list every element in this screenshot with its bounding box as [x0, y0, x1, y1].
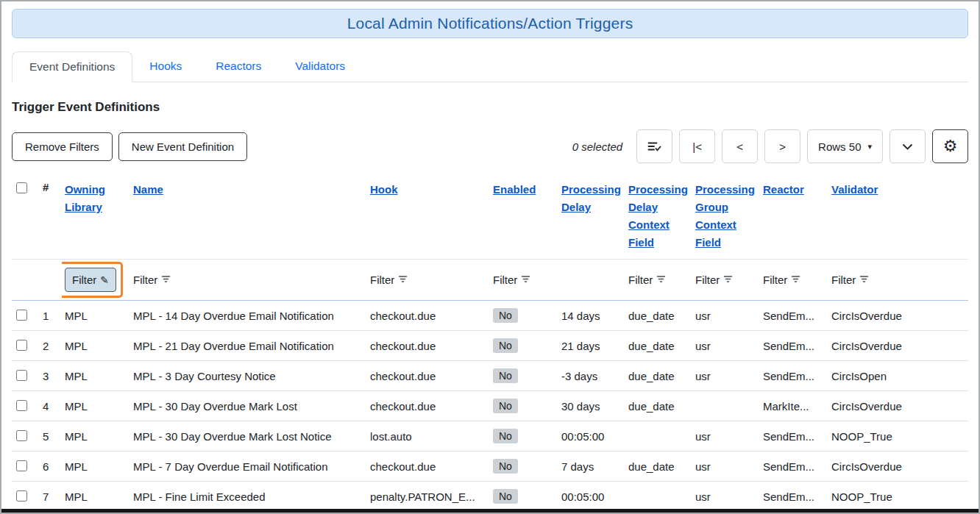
cell-processing-delay: 14 days: [558, 301, 625, 331]
cell-validator: CircIsOpen: [828, 361, 968, 391]
page-title: Local Admin Notifications/Action Trigger…: [13, 15, 967, 32]
column-header-validator[interactable]: Validator: [831, 183, 878, 196]
cell-processing-delay: -3 days: [558, 361, 625, 391]
cell-row-number: 7: [40, 482, 62, 512]
filter-icon: [161, 275, 171, 283]
cell-delay-context-field: due_date: [625, 301, 692, 331]
enabled-badge: No: [493, 308, 518, 323]
cell-group-context-field: usr: [692, 301, 760, 331]
row-checkbox[interactable]: [16, 460, 27, 471]
table-row[interactable]: 2 MPL MPL - 21 Day Overdue Email Notific…: [12, 331, 968, 361]
cell-owning-library: MPL: [62, 451, 130, 482]
column-header-name[interactable]: Name: [133, 183, 163, 196]
column-header-processing-delay-context-field[interactable]: Processing Delay Context Field: [628, 183, 688, 249]
cell-row-number: 4: [40, 391, 62, 421]
cell-reactor: SendEm...: [760, 361, 828, 391]
more-options-dropdown[interactable]: [890, 129, 926, 163]
next-page-button[interactable]: >: [764, 129, 800, 163]
cell-name: MPL - 7 Day Overdue Email Notification: [130, 451, 367, 482]
cell-group-context-field: usr: [692, 361, 760, 391]
cell-group-context-field: usr: [692, 482, 760, 512]
tab-hooks[interactable]: Hooks: [132, 51, 199, 82]
gear-icon: ⚙: [943, 138, 958, 154]
grid-settings-button[interactable]: ⚙: [932, 129, 968, 163]
cell-validator: NOOP_True: [828, 421, 968, 451]
row-checkbox[interactable]: [16, 430, 27, 441]
enabled-badge: No: [493, 429, 518, 443]
table-row[interactable]: 3 MPL MPL - 3 Day Courtesy Notice checko…: [12, 361, 968, 391]
cell-hook: checkout.due: [367, 331, 490, 361]
cell-processing-delay: 30 days: [558, 391, 625, 421]
page: Local Admin Notifications/Action Trigger…: [0, 0, 980, 514]
processing-delay-context-field-filter[interactable]: Filter: [628, 274, 666, 286]
filter-label: Filter: [493, 274, 517, 286]
cell-validator: CircIsOverdue: [828, 391, 968, 421]
table-row[interactable]: 1 MPL MPL - 14 Day Overdue Email Notific…: [12, 301, 968, 331]
cell-processing-delay: 00:05:00: [558, 421, 625, 451]
hook-filter[interactable]: Filter: [370, 274, 408, 286]
first-page-button[interactable]: |<: [679, 129, 715, 163]
cell-owning-library: MPL: [62, 331, 130, 361]
reactor-filter[interactable]: Filter: [763, 274, 800, 286]
column-header-owning-library[interactable]: Owning Library: [65, 183, 105, 213]
remove-filters-button[interactable]: Remove Filters: [12, 132, 113, 161]
cell-processing-delay: 00:05:00: [558, 482, 625, 512]
cell-name: MPL - Fine Limit Exceeded: [130, 482, 367, 512]
rows-per-page-dropdown[interactable]: Rows 50 ▾: [807, 129, 883, 163]
tab-reactors[interactable]: Reactors: [199, 51, 278, 82]
new-event-definition-button[interactable]: New Event Definition: [118, 132, 247, 161]
column-header-processing-group-context-field[interactable]: Processing Group Context Field: [695, 183, 755, 249]
table-header-row: # Owning Library Name Hook Enabled Proce…: [12, 176, 968, 260]
cell-hook: lost.auto: [367, 421, 490, 451]
cell-delay-context-field: due_date: [625, 451, 692, 482]
enabled-filter[interactable]: Filter: [493, 274, 530, 286]
row-checkbox[interactable]: [16, 310, 27, 321]
previous-page-button[interactable]: <: [722, 129, 758, 163]
processing-group-context-field-filter[interactable]: Filter: [695, 274, 733, 286]
rows-per-page-label: Rows 50: [818, 140, 861, 153]
cell-owning-library: MPL: [62, 482, 130, 512]
cell-row-number: 3: [40, 361, 62, 391]
actions-menu-button[interactable]: [636, 129, 672, 163]
filter-row: Filter ✎ Filter Filter: [12, 260, 968, 301]
cell-row-number: 6: [40, 451, 62, 482]
caret-down-icon: ▾: [867, 143, 872, 151]
toolbar-right: 0 selected |< < > Rows 50 ▾ ⚙: [572, 129, 968, 163]
validator-filter[interactable]: Filter: [831, 274, 869, 286]
toolbar-left: Remove Filters New Event Definition: [12, 132, 247, 161]
table-row[interactable]: 4 MPL MPL - 30 Day Overdue Mark Lost che…: [12, 391, 968, 421]
row-checkbox[interactable]: [16, 340, 27, 351]
tab-event-definitions[interactable]: Event Definitions: [12, 51, 132, 82]
cell-delay-context-field: [625, 421, 692, 451]
column-header-processing-delay[interactable]: Processing Delay: [561, 183, 621, 213]
table-row[interactable]: 7 MPL MPL - Fine Limit Exceeded penalty.…: [12, 482, 968, 512]
column-header-reactor[interactable]: Reactor: [763, 183, 804, 196]
row-checkbox[interactable]: [16, 400, 27, 411]
section-title: Trigger Event Definitions: [12, 100, 968, 115]
cell-hook: checkout.due: [367, 301, 490, 331]
filter-icon: [656, 275, 666, 283]
cell-name: MPL - 14 Day Overdue Email Notification: [130, 301, 367, 331]
column-header-enabled[interactable]: Enabled: [493, 183, 536, 196]
cell-group-context-field: [692, 391, 760, 421]
owning-library-filter-button[interactable]: Filter ✎: [65, 268, 116, 292]
filter-icon: [859, 275, 869, 283]
cell-processing-delay: 21 days: [558, 331, 625, 361]
cell-delay-context-field: [625, 482, 692, 512]
select-all-checkbox[interactable]: [16, 182, 27, 193]
filter-label: Filter: [370, 274, 394, 286]
page-title-banner: Local Admin Notifications/Action Trigger…: [12, 9, 968, 38]
name-filter[interactable]: Filter: [133, 274, 171, 286]
row-checkbox[interactable]: [16, 370, 27, 381]
row-checkbox[interactable]: [16, 490, 27, 501]
table-row[interactable]: 6 MPL MPL - 7 Day Overdue Email Notifica…: [12, 451, 968, 482]
table-row[interactable]: 5 MPL MPL - 30 Day Overdue Mark Lost Not…: [12, 421, 968, 451]
column-header-hook[interactable]: Hook: [370, 183, 398, 196]
grid-toolbar: Remove Filters New Event Definition 0 se…: [12, 129, 968, 163]
cell-name: MPL - 3 Day Courtesy Notice: [130, 361, 367, 391]
cell-processing-delay: 7 days: [558, 451, 625, 482]
tab-validators[interactable]: Validators: [278, 51, 362, 82]
cell-row-number: 2: [40, 331, 62, 361]
cell-group-context-field: usr: [692, 451, 760, 482]
enabled-badge: No: [493, 368, 518, 383]
